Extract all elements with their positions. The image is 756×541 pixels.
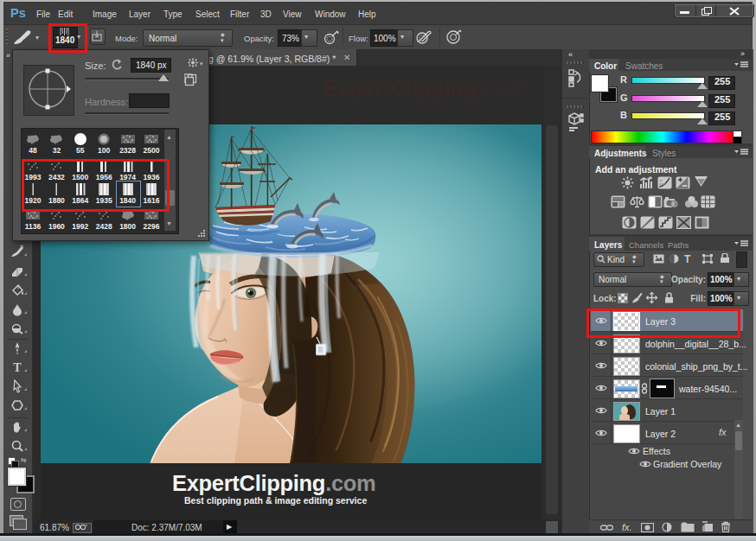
svg-text:T: T <box>13 361 22 374</box>
svg-text:ExpertClipping.com: ExpertClipping.com <box>172 471 375 495</box>
svg-text:Best clipping path & image edi: Best clipping path & image editing servi… <box>184 495 367 506</box>
